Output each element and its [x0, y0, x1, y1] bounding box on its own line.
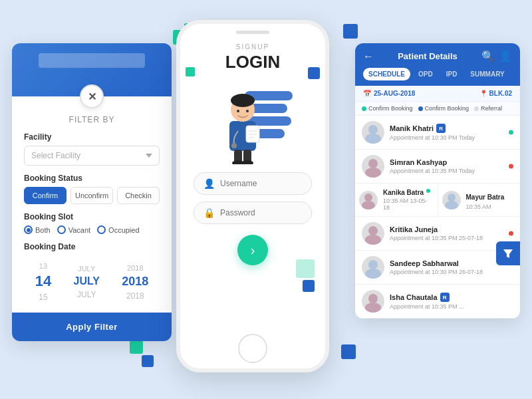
username-input[interactable] — [220, 179, 302, 188]
patient-info-simran: Simran Kashyap Appointment at 10:35 PM T… — [384, 158, 513, 174]
patient-name-kritika: Kritika Juneja — [390, 225, 438, 233]
patient-name-sandeep: Sandeep Sabharwal — [390, 259, 459, 267]
legend-confirm: Confirm Booking — [362, 105, 413, 112]
svg-point-3 — [237, 110, 239, 112]
header-blur — [39, 53, 145, 68]
date-text: 25-AUG-2018 — [374, 90, 415, 97]
next-month: JULY — [77, 290, 96, 299]
filter-by-label: FILTER BY — [24, 115, 160, 124]
prev-year: 2018 — [127, 264, 143, 272]
unconfirm-button[interactable]: Unconfirm — [70, 187, 113, 204]
patient-avatar-manik — [362, 121, 384, 144]
header-title: Patient Details — [374, 51, 481, 61]
patient-appt-sandeep: Appointment at 10:30 PM 26-07-18 — [390, 269, 513, 275]
current-month: JULY — [74, 275, 100, 287]
patient-row-manik[interactable]: Manik Khatri R Appointment at 10:30 PM T… — [355, 116, 520, 150]
close-icon: ✕ — [88, 90, 96, 103]
login-content: SIGNUP LOGIN — [180, 34, 325, 329]
radio-both-circle — [24, 225, 33, 234]
year-column: 2018 2018 2018 — [122, 264, 148, 301]
svg-point-17 — [365, 168, 381, 178]
patient-name-mayur: Mayur Batra — [466, 194, 505, 201]
tabs-row: SCHEDULE OPD IPD SUMMARY — [363, 68, 512, 80]
patient-row-kritika[interactable]: Kritika Juneja Appointment at 10:35 PM 2… — [355, 217, 520, 251]
svg-point-19 — [362, 201, 375, 209]
patient-row-isha[interactable]: Isha Chautala R Appointment at 10:35 PM … — [355, 285, 520, 319]
slot-vacant[interactable]: Vacant — [57, 225, 90, 234]
status-dot-kanika — [426, 189, 430, 193]
phone-deco-blue — [303, 280, 315, 292]
phone-deco-teal — [296, 259, 315, 278]
svg-point-23 — [365, 235, 381, 245]
filter-fab-button[interactable] — [496, 241, 520, 265]
patient-avatar-kritika — [362, 222, 384, 245]
slot-occupied[interactable]: Occupied — [97, 225, 139, 234]
patient-avatar-kanika — [359, 191, 378, 209]
svg-point-14 — [368, 125, 378, 134]
prev-day: 13 — [39, 262, 47, 270]
patient-half-mayur[interactable]: Mayur Batra 10:35 AM — [438, 184, 521, 216]
patient-badge-isha: R — [440, 293, 450, 302]
svg-point-16 — [368, 159, 378, 168]
booking-date-label: Booking Date — [24, 242, 160, 251]
patient-badge-manik: R — [436, 124, 446, 133]
patient-avatar-mayur — [442, 191, 461, 209]
svg-point-5 — [231, 143, 237, 148]
bg-deco-blue-2 — [142, 355, 154, 367]
apply-filter-button[interactable]: Apply Filter — [12, 313, 172, 341]
patient-name-kanika: Kanika Batra — [383, 189, 424, 196]
patient-row-simran[interactable]: Simran Kashyap Appointment at 10:35 PM T… — [355, 150, 520, 184]
patient-name-manik: Manik Khatri — [390, 124, 434, 132]
prev-month: JULY — [78, 265, 95, 273]
bg-deco-teal-3 — [130, 340, 143, 354]
slot-both-label: Both — [35, 226, 51, 234]
facility-label: Facility — [24, 132, 160, 142]
password-icon: 🔒 — [203, 207, 215, 218]
facility-select[interactable]: Select Facility — [24, 146, 160, 166]
svg-point-27 — [365, 303, 381, 313]
slot-both[interactable]: Both — [24, 225, 51, 234]
doctor-illustration — [213, 78, 293, 164]
current-day: 14 — [35, 273, 51, 290]
patient-name-row-simran: Simran Kashyap — [390, 158, 513, 166]
tab-schedule[interactable]: SCHEDULE — [363, 68, 410, 80]
patient-name-isha: Isha Chautala — [390, 293, 438, 301]
login-go-button[interactable]: › — [237, 235, 268, 265]
back-button[interactable]: ← — [363, 51, 374, 63]
calendar-icon: 📅 — [363, 90, 371, 97]
password-input[interactable] — [220, 208, 302, 217]
user-icon[interactable]: 👤 — [499, 50, 512, 63]
tab-ipd[interactable]: IPD — [441, 68, 463, 80]
corner-blue-sq — [308, 67, 320, 79]
username-input-row: 👤 — [194, 172, 312, 195]
patient-appt-kanika: 10:35 AM 13-05-18 — [383, 198, 434, 211]
phone-bottom-decos — [296, 259, 315, 292]
svg-point-22 — [368, 226, 378, 235]
bg-deco-blue-3 — [341, 344, 356, 359]
password-input-row: 🔒 — [194, 201, 312, 224]
svg-point-4 — [246, 110, 249, 112]
confirm-button[interactable]: Confirm — [24, 187, 66, 204]
checkin-button[interactable]: Checkin — [117, 187, 160, 204]
tab-opd[interactable]: OPD — [413, 68, 438, 80]
phone-home-button[interactable] — [238, 334, 267, 363]
legend-referral-label: Referral — [481, 105, 502, 112]
status-dot-manik — [509, 130, 513, 135]
patient-avatar-isha — [362, 290, 384, 313]
patient-half-kanika[interactable]: Kanika Batra 10:35 AM 13-05-18 — [355, 184, 438, 216]
current-year: 2018 — [122, 275, 148, 289]
search-icon[interactable]: 🔍 — [481, 50, 495, 63]
patient-name-row-kritika: Kritika Juneja — [390, 225, 513, 233]
close-button[interactable]: ✕ — [80, 84, 104, 108]
status-dot-kritika — [509, 231, 513, 236]
header-top-row: ← Patient Details 🔍 👤 — [363, 50, 512, 63]
patient-info-isha: Isha Chautala R Appointment at 10:35 PM … — [384, 293, 513, 310]
tab-summary[interactable]: SUMMARY — [465, 68, 509, 80]
phone-corner-tr — [308, 67, 320, 79]
login-panel: SIGNUP LOGIN — [176, 20, 329, 372]
svg-point-21 — [445, 201, 458, 209]
slot-vacant-label: Vacant — [68, 226, 90, 234]
patient-details-panel: ← Patient Details 🔍 👤 SCHEDULE OPD IPD S… — [355, 43, 520, 319]
patient-row-sandeep[interactable]: Sandeep Sabharwal Appointment at 10:30 P… — [355, 251, 520, 285]
patient-name-row-kanika: Kanika Batra — [383, 189, 434, 196]
